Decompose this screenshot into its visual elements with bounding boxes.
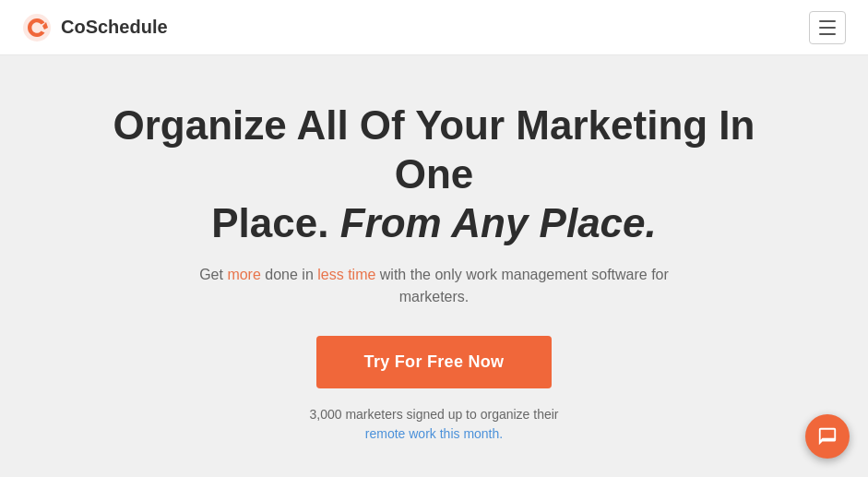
logo: CoSchedule	[22, 13, 168, 42]
highlight-less: less time	[317, 267, 375, 282]
hero-title-line1: Organize All Of Your Marketing In One	[113, 102, 755, 197]
hero-section: Organize All Of Your Marketing In One Pl…	[0, 55, 868, 477]
chat-icon	[817, 426, 838, 447]
hero-title: Organize All Of Your Marketing In One Pl…	[112, 101, 757, 247]
hero-subtitle: Get more done in less time with the only…	[195, 264, 674, 308]
signup-note: 3,000 marketers signed up to organize th…	[305, 405, 564, 444]
signup-note-link[interactable]: remote work this month.	[365, 426, 503, 441]
signup-note-line2: remote work this month.	[365, 426, 503, 441]
cta-button[interactable]: Try For Free Now	[316, 336, 553, 388]
hamburger-line-1	[819, 20, 836, 22]
highlight-more: more	[227, 267, 260, 282]
logo-text: CoSchedule	[61, 17, 168, 38]
signup-note-line1: 3,000 marketers signed up to organize th…	[309, 407, 558, 422]
hamburger-line-2	[819, 27, 836, 29]
logo-icon	[22, 13, 52, 42]
chat-bubble-button[interactable]	[805, 414, 850, 459]
hamburger-line-3	[819, 33, 836, 35]
hero-title-italic: From Any Place.	[340, 200, 657, 245]
navbar: CoSchedule	[0, 0, 868, 55]
hero-title-line2: Place.	[211, 200, 339, 245]
hamburger-button[interactable]	[809, 11, 846, 44]
